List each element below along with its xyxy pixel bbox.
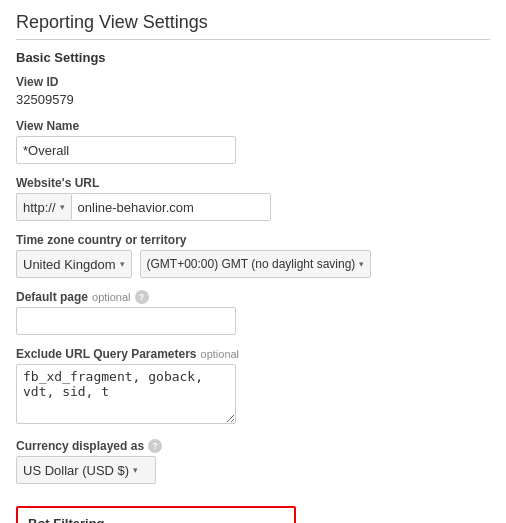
exclude-url-textarea[interactable] xyxy=(16,364,236,424)
timezone-country-chevron: ▾ xyxy=(120,259,125,269)
url-input[interactable] xyxy=(71,193,271,221)
default-page-help-icon[interactable]: ? xyxy=(135,290,149,304)
currency-chevron: ▾ xyxy=(133,465,138,475)
view-name-label: View Name xyxy=(16,119,490,133)
currency-help-icon[interactable]: ? xyxy=(148,439,162,453)
view-id-group: View ID 32509579 xyxy=(16,75,490,107)
view-name-group: View Name xyxy=(16,119,490,164)
view-name-input[interactable] xyxy=(16,136,236,164)
basic-settings-title: Basic Settings xyxy=(16,50,490,65)
timezone-offset-select[interactable]: (GMT+00:00) GMT (no daylight saving) ▾ xyxy=(140,250,372,278)
currency-value: US Dollar (USD $) xyxy=(23,463,129,478)
default-page-group: Default page optional ? xyxy=(16,290,490,335)
timezone-country-value: United Kingdom xyxy=(23,257,116,272)
url-protocol-select[interactable]: http:// ▾ xyxy=(16,193,71,221)
timezone-label: Time zone country or territory xyxy=(16,233,490,247)
timezone-country-select[interactable]: United Kingdom ▾ xyxy=(16,250,132,278)
currency-label: Currency displayed as ? xyxy=(16,439,490,453)
currency-group: Currency displayed as ? US Dollar (USD $… xyxy=(16,439,490,484)
default-page-label: Default page optional ? xyxy=(16,290,490,304)
timezone-offset-value: (GMT+00:00) GMT (no daylight saving) xyxy=(147,257,356,271)
default-page-optional: optional xyxy=(92,291,131,303)
timezone-row: United Kingdom ▾ (GMT+00:00) GMT (no day… xyxy=(16,250,490,278)
bot-filtering-title: Bot Filtering xyxy=(28,516,284,523)
url-protocol-chevron: ▾ xyxy=(60,202,65,212)
timezone-group: Time zone country or territory United Ki… xyxy=(16,233,490,278)
website-url-group: Website's URL http:// ▾ xyxy=(16,176,490,221)
url-row: http:// ▾ xyxy=(16,193,490,221)
bot-filtering-section: Bot Filtering Exclude all hits from know… xyxy=(16,506,296,523)
exclude-url-label: Exclude URL Query Parameters optional xyxy=(16,347,490,361)
view-id-label: View ID xyxy=(16,75,490,89)
view-id-value: 32509579 xyxy=(16,92,490,107)
exclude-url-group: Exclude URL Query Parameters optional xyxy=(16,347,490,427)
page-title: Reporting View Settings xyxy=(16,12,490,40)
exclude-url-optional: optional xyxy=(201,348,240,360)
timezone-offset-chevron: ▾ xyxy=(359,259,364,269)
url-protocol-label: http:// xyxy=(23,200,56,215)
currency-select[interactable]: US Dollar (USD $) ▾ xyxy=(16,456,156,484)
default-page-input[interactable] xyxy=(16,307,236,335)
website-url-label: Website's URL xyxy=(16,176,490,190)
